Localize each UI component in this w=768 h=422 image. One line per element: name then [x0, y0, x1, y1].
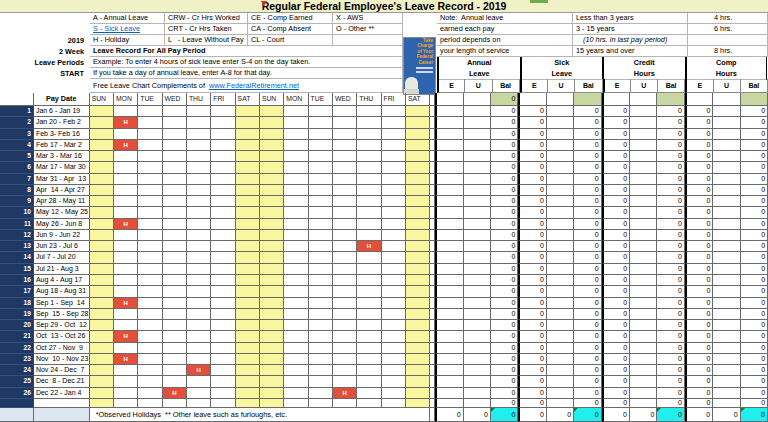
day-cell[interactable] — [382, 129, 406, 140]
pay-date-cell[interactable]: Apr 14 - Apr 27 — [34, 185, 90, 196]
stat-cell[interactable] — [713, 309, 740, 320]
day-cell[interactable] — [114, 309, 138, 320]
day-cell[interactable] — [357, 207, 381, 218]
day-cell[interactable] — [333, 376, 357, 387]
pay-date-cell[interactable]: Jul 21 - Aug 3 — [34, 264, 90, 275]
day-cell[interactable] — [333, 151, 357, 162]
day-cell[interactable] — [260, 106, 284, 117]
pay-date-cell[interactable]: Jan 6 - Jan 19 — [34, 106, 90, 117]
stat-cell[interactable] — [435, 93, 463, 106]
day-cell[interactable] — [138, 219, 162, 230]
day-cell[interactable] — [187, 320, 211, 331]
day-cell[interactable] — [236, 151, 260, 162]
day-cell[interactable] — [187, 264, 211, 275]
day-cell[interactable] — [236, 207, 260, 218]
day-cell[interactable] — [138, 399, 162, 408]
day-cell[interactable] — [260, 376, 284, 387]
day-cell[interactable] — [260, 241, 284, 252]
stat-cell[interactable] — [464, 365, 491, 376]
stat-cell[interactable]: 0 — [685, 388, 713, 399]
stat-cell[interactable] — [630, 93, 657, 106]
day-cell[interactable] — [357, 365, 381, 376]
total-cell[interactable]: 0 — [685, 408, 713, 422]
stat-cell[interactable]: 0 — [518, 196, 546, 207]
stat-cell[interactable]: 0 — [518, 219, 546, 230]
day-cell[interactable] — [406, 219, 430, 230]
day-cell[interactable] — [309, 241, 333, 252]
stat-cell[interactable]: 0 — [491, 320, 518, 331]
stat-cell[interactable] — [630, 354, 657, 365]
day-cell[interactable] — [333, 252, 357, 263]
balance-cell[interactable] — [574, 93, 601, 106]
day-cell[interactable] — [284, 354, 308, 365]
stat-cell[interactable]: 0 — [518, 320, 546, 331]
day-cell[interactable] — [382, 174, 406, 185]
day-cell[interactable] — [333, 275, 357, 286]
day-cell[interactable] — [260, 140, 284, 151]
day-cell[interactable] — [138, 286, 162, 297]
day-cell[interactable] — [284, 309, 308, 320]
stat-cell[interactable] — [435, 365, 463, 376]
day-cell[interactable] — [309, 320, 333, 331]
day-cell[interactable] — [333, 264, 357, 275]
stat-cell[interactable]: 0 — [602, 230, 630, 241]
day-cell[interactable] — [333, 298, 357, 309]
stat-cell[interactable] — [713, 331, 740, 342]
stat-cell[interactable] — [547, 230, 574, 241]
day-cell[interactable] — [211, 162, 235, 173]
day-cell[interactable] — [333, 162, 357, 173]
day-cell[interactable] — [163, 207, 187, 218]
day-cell[interactable] — [114, 365, 138, 376]
stat-cell[interactable]: 0 — [491, 252, 518, 263]
stat-cell[interactable] — [464, 298, 491, 309]
day-cell[interactable] — [138, 343, 162, 354]
day-cell[interactable] — [163, 298, 187, 309]
day-cell[interactable] — [309, 388, 333, 399]
day-cell[interactable] — [284, 320, 308, 331]
day-cell[interactable] — [357, 286, 381, 297]
stat-cell[interactable]: 0 — [602, 129, 630, 140]
stat-cell[interactable]: 0 — [602, 174, 630, 185]
stat-cell[interactable] — [547, 286, 574, 297]
stat-cell[interactable]: 0 — [741, 388, 768, 399]
day-cell[interactable] — [284, 129, 308, 140]
day-cell[interactable] — [187, 151, 211, 162]
stat-cell[interactable] — [630, 252, 657, 263]
stat-cell[interactable]: 0 — [574, 129, 601, 140]
stat-cell[interactable]: 0 — [602, 399, 630, 408]
stat-cell[interactable]: 0 — [741, 106, 768, 117]
day-cell[interactable] — [187, 129, 211, 140]
stat-cell[interactable]: 0 — [518, 365, 546, 376]
day-cell[interactable] — [357, 264, 381, 275]
stat-cell[interactable] — [464, 162, 491, 173]
total-balance-cell[interactable]: 0 — [657, 408, 684, 422]
day-cell[interactable] — [236, 354, 260, 365]
stat-cell[interactable]: 0 — [491, 388, 518, 399]
stat-cell[interactable] — [464, 140, 491, 151]
day-cell[interactable] — [382, 151, 406, 162]
stat-cell[interactable]: 0 — [657, 207, 684, 218]
day-cell[interactable] — [163, 129, 187, 140]
day-cell[interactable] — [138, 376, 162, 387]
day-cell[interactable] — [90, 376, 114, 387]
stat-cell[interactable] — [547, 151, 574, 162]
day-cell[interactable] — [236, 376, 260, 387]
pay-date-cell[interactable]: Nov 24 - Dec 7 — [34, 365, 90, 376]
stat-cell[interactable] — [435, 298, 463, 309]
stat-cell[interactable] — [547, 275, 574, 286]
day-cell[interactable] — [187, 174, 211, 185]
stat-cell[interactable]: 0 — [518, 140, 546, 151]
stat-cell[interactable]: 0 — [491, 185, 518, 196]
day-cell[interactable] — [138, 140, 162, 151]
day-cell[interactable] — [114, 129, 138, 140]
day-cell[interactable] — [284, 286, 308, 297]
stat-cell[interactable] — [713, 151, 740, 162]
day-cell[interactable] — [260, 129, 284, 140]
stat-cell[interactable] — [435, 241, 463, 252]
day-cell[interactable] — [90, 320, 114, 331]
stat-cell[interactable]: 0 — [518, 162, 546, 173]
stat-cell[interactable]: 0 — [685, 309, 713, 320]
day-cell[interactable] — [138, 252, 162, 263]
day-cell[interactable] — [187, 376, 211, 387]
stat-cell[interactable]: 0 — [518, 106, 546, 117]
